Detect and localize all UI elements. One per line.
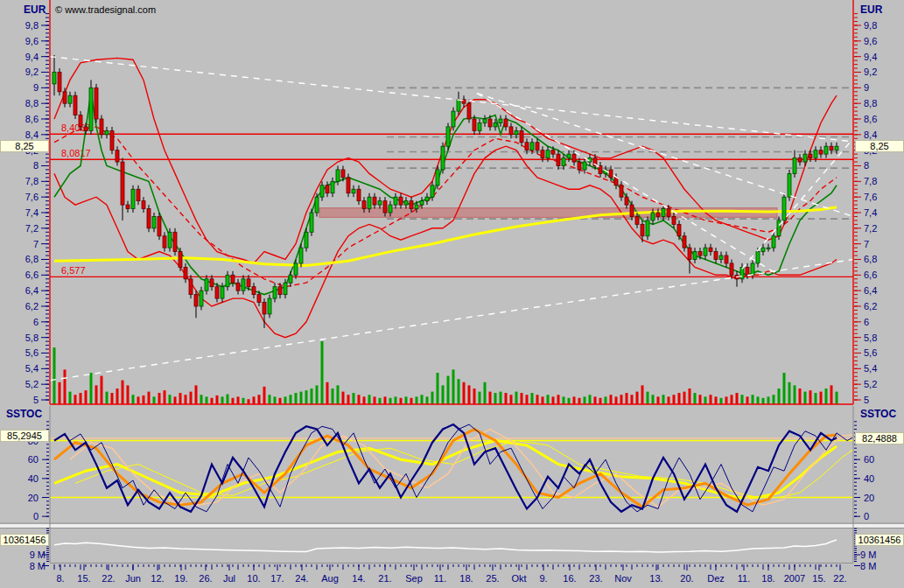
- price-tick-label: 7: [33, 239, 39, 249]
- price-tick-label: 5: [864, 395, 869, 405]
- time-axis-label: 25.: [486, 573, 499, 584]
- hline-label: 6,577: [61, 265, 86, 276]
- time-axis-label: 2007: [784, 573, 805, 584]
- price-tick-label: 8,4: [25, 130, 39, 140]
- main-price-panel: 8,40678,08176,577: [50, 55, 853, 404]
- sstoc-panel: [50, 424, 858, 512]
- time-axis-label: 12.: [151, 573, 164, 584]
- time-axis-label: 8.: [56, 573, 64, 584]
- sstoc-marker-left: 85,2945: [0, 430, 49, 442]
- price-tick-label: 6,8: [25, 254, 39, 264]
- sstoc-tick-label: 60: [864, 454, 874, 465]
- sstoc-tick-label: 20: [28, 493, 39, 503]
- money-flow-line: [54, 540, 837, 552]
- price-tick-label: 9,8: [864, 20, 877, 31]
- volume-tick-label: 9 M: [860, 550, 876, 560]
- price-tick-label: 8,4: [864, 130, 877, 140]
- sstoc-tick-label: 0: [864, 511, 869, 522]
- price-tick-label: 7,4: [864, 207, 877, 218]
- sstoc-tick-label: 40: [864, 473, 874, 484]
- chart-canvas[interactable]: 8,40678,08176,5779,89,69,49,298,88,68,48…: [0, 0, 904, 588]
- time-axis-label: Jul: [223, 573, 235, 584]
- price-tick-label: 5,8: [864, 332, 877, 343]
- price-tick-label: 9: [33, 82, 39, 93]
- money-flow-panel: [54, 540, 837, 552]
- price-tick-label: 6,8: [864, 254, 877, 264]
- price-axis-right: 9,89,69,49,298,88,68,48,287,87,67,47,276…: [854, 14, 877, 405]
- time-axis-label: 14.: [352, 573, 365, 584]
- volume-tick-label: 9 M: [30, 550, 46, 560]
- price-tick-label: 6,6: [25, 270, 39, 280]
- time-axis-label: 15.: [77, 573, 90, 584]
- price-tick-label: 7,2: [25, 223, 39, 234]
- time-axis-label: Aug: [321, 573, 339, 584]
- candlesticks-layer: [53, 55, 838, 328]
- volume-marker-left: 10361456: [0, 534, 49, 546]
- sstoc-tick-label: 40: [28, 473, 39, 484]
- price-tick-label: 6,2: [864, 301, 877, 312]
- price-tick-label: 5,4: [864, 363, 877, 374]
- time-axis-label: 17.: [270, 573, 284, 584]
- price-tick-label: 9,8: [25, 20, 39, 31]
- time-axis: 8.15.22.Jun12.19.26.Jul10.17.24.Aug14.21…: [54, 564, 847, 584]
- price-tick-label: 7,8: [864, 176, 877, 186]
- price-axis-title-left: EUR: [24, 4, 46, 16]
- hline-label: 8,0817: [61, 148, 91, 158]
- sstoc-tick-label: 20: [864, 493, 874, 503]
- price-marker-right: 8,25: [855, 140, 904, 152]
- price-tick-label: 9,2: [864, 66, 877, 77]
- price-tick-label: 5,2: [864, 379, 877, 389]
- price-tick-label: 8,8: [25, 98, 39, 108]
- copyright-text: © www.tradesignal.com: [55, 4, 156, 15]
- volume-tick-label: 8 M: [860, 561, 876, 571]
- red-dashed-ma: [54, 127, 837, 287]
- tradesignal-chart-window: 8,40678,08176,5779,89,69,49,298,88,68,48…: [0, 0, 904, 588]
- time-axis-label: 15.: [812, 573, 825, 584]
- time-axis-label: 20.: [680, 573, 693, 584]
- time-axis-label: 24.: [295, 573, 308, 584]
- price-tick-label: 8,6: [25, 114, 39, 124]
- price-tick-label: 8,8: [864, 98, 877, 108]
- price-tick-label: 9,6: [864, 36, 877, 46]
- price-tick-label: 9,4: [864, 52, 877, 62]
- price-tick-label: 8: [864, 160, 869, 171]
- sstoc-tick-label: 0: [33, 511, 39, 522]
- price-marker-left: 8,25: [0, 140, 49, 152]
- price-tick-label: 9: [864, 82, 869, 93]
- price-tick-label: 9,4: [25, 52, 39, 62]
- price-tick-label: 6: [33, 317, 39, 327]
- time-axis-label: 23.: [589, 573, 602, 584]
- time-axis-label: 11.: [434, 573, 446, 584]
- time-axis-label: Sep: [405, 573, 423, 584]
- sstoc-axis-title-left: SSTOC: [6, 408, 42, 420]
- price-tick-label: 5,6: [864, 347, 877, 358]
- time-axis-label: 18.: [761, 573, 774, 584]
- price-tick-label: 6,2: [25, 301, 39, 312]
- price-tick-label: 7: [864, 239, 869, 249]
- volume-tick-label: 8 M: [30, 561, 46, 571]
- sstoc-marker-right: 82,4888: [855, 432, 904, 444]
- time-axis-label: 22.: [833, 573, 846, 584]
- price-tick-label: 6,6: [864, 270, 877, 280]
- volume-bars-layer: [53, 341, 838, 404]
- price-tick-label: 9,2: [25, 66, 39, 77]
- time-axis-label: 18.: [459, 573, 473, 584]
- panel-separators: [0, 406, 904, 564]
- time-axis-label: Okt: [511, 573, 526, 584]
- price-tick-label: 6,4: [25, 285, 39, 296]
- price-tick-label: 5,6: [25, 347, 39, 358]
- time-axis-label: Dez: [707, 573, 725, 584]
- sstoc-axis-title-right: SSTOC: [860, 408, 896, 420]
- price-tick-label: 5,4: [25, 363, 39, 374]
- time-axis-label: 9.: [539, 573, 547, 584]
- price-tick-label: 8: [33, 160, 39, 171]
- price-tick-label: 9,6: [25, 36, 39, 46]
- price-tick-label: 6: [864, 317, 869, 327]
- price-tick-label: 7,2: [864, 223, 877, 234]
- price-tick-label: 7,8: [25, 176, 39, 186]
- time-axis-label: 19.: [174, 573, 187, 584]
- price-tick-label: 5,8: [25, 332, 39, 343]
- time-axis-label: 10.: [247, 573, 260, 584]
- time-axis-label: Jun: [125, 573, 141, 584]
- price-tick-label: 7,6: [25, 192, 39, 202]
